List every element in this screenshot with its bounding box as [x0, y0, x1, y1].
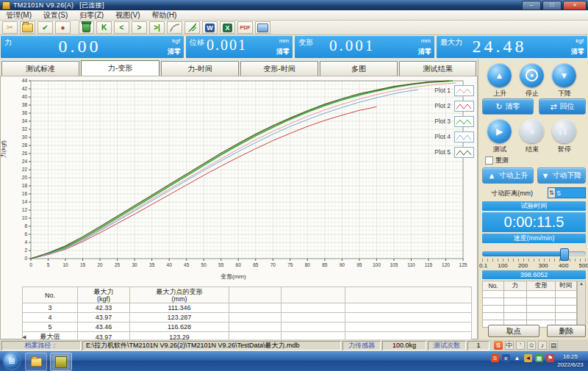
plot5-swatch-icon — [454, 147, 474, 158]
zero-button[interactable]: ↻ 清零 — [482, 98, 534, 115]
pause-label: 暂停 — [550, 145, 579, 154]
ime-smiley-icon[interactable]: ☺ — [527, 341, 536, 350]
first-record-button[interactable]: K — [96, 21, 112, 34]
menu-view[interactable]: 视图(V) — [110, 10, 146, 21]
ime-punct-icon[interactable]: ' — [516, 341, 525, 350]
ime-keyboard-icon[interactable]: ▤ — [549, 341, 558, 350]
menu-help[interactable]: 帮助(H) — [146, 10, 182, 21]
jog-distance-label: 寸动距离(mm) — [491, 189, 533, 198]
point-table: No. 力 变形 时间 — [482, 281, 577, 328]
menu-settings[interactable]: 设置(S) — [37, 10, 74, 21]
tab-force-time[interactable]: 力-时间 — [161, 61, 239, 76]
move-down-label: 下降 — [550, 89, 579, 98]
status-bar: 档案路径： E:\拉力机软件\TM2101N V9.26(2)\TM2101N … — [0, 339, 588, 351]
close-button[interactable]: × — [563, 1, 587, 10]
table-row[interactable]: 342.33111.346 — [23, 303, 472, 313]
point-row[interactable] — [483, 291, 577, 298]
open-file-button[interactable] — [20, 21, 35, 34]
retest-checkbox[interactable] — [485, 156, 493, 165]
remote-button[interactable] — [255, 21, 270, 34]
table-row[interactable]: 443.97123.287 — [23, 313, 472, 323]
menu-bar: 管理(M) 设置(S) 归零(Z) 视图(V) 帮助(H) — [0, 10, 588, 21]
title-bar: TM2101N V9.26(A) [已连接] – □ × — [0, 0, 588, 10]
chart-legend: Plot 1 Plot 2 Plot 3 Plot 4 Plot 5 — [406, 85, 474, 162]
volume-tray-icon[interactable]: ◄ — [524, 354, 532, 362]
move-up-button[interactable]: ▲ — [487, 63, 512, 87]
app-window: TM2101N V9.26(A) [已连接] – □ × 管理(M) 设置(S)… — [0, 0, 588, 371]
export-word-button[interactable]: W — [202, 21, 218, 34]
test-end-button[interactable]: ■ — [520, 119, 544, 143]
toolbar: ✂ ✔ ● K < > >| W X PDF — [0, 21, 588, 35]
sogou-tray-icon[interactable]: S — [491, 354, 499, 362]
curve-button[interactable] — [167, 21, 182, 34]
scroll-up-icon[interactable]: ▲ — [579, 281, 584, 286]
speed-value-display: 398.6052 — [482, 270, 586, 279]
speed-slider[interactable] — [482, 251, 586, 256]
point-row[interactable] — [483, 306, 577, 313]
tab-test-result[interactable]: 测试结果 — [399, 61, 476, 76]
force-clear-button[interactable]: 清零 — [168, 47, 181, 57]
displacement-clear-button[interactable]: 清零 — [276, 47, 290, 57]
svg-text:40: 40 — [22, 94, 28, 99]
maximize-button[interactable]: □ — [542, 1, 562, 10]
report-button[interactable] — [184, 21, 200, 34]
table-row[interactable]: 543.46116.628 — [23, 323, 472, 332]
excel-icon: X — [223, 24, 232, 32]
hidden-icons-caret-icon[interactable]: ▲ — [513, 354, 521, 362]
motor-stop-button[interactable]: ■ — [520, 63, 544, 87]
app-taskbar-button[interactable] — [50, 353, 72, 371]
file-path: E:\拉力机软件\TM2101N V9.26(2)\TM2101N V9.26\… — [82, 341, 341, 350]
tab-deformation-time[interactable]: 变形-时间 — [240, 61, 318, 76]
export-pdf-button[interactable]: PDF — [237, 21, 253, 34]
deformation-clear-button[interactable]: 清零 — [418, 47, 431, 57]
jog-up-button[interactable]: ▲ 寸动上升 — [482, 168, 534, 184]
tab-multi-chart[interactable]: 多图 — [320, 61, 398, 76]
export-excel-button[interactable]: X — [220, 21, 235, 34]
point-row[interactable] — [483, 298, 577, 306]
minimize-button[interactable]: – — [522, 1, 541, 10]
return-button[interactable]: ⇄ 回位 — [539, 98, 586, 115]
svg-text:4: 4 — [24, 239, 27, 245]
jog-distance-value: 5 — [557, 190, 561, 197]
menu-zero[interactable]: 归零(Z) — [74, 10, 110, 21]
jog-distance-stepper[interactable]: ⇅ 5 — [548, 187, 586, 198]
ime-lang-icon[interactable]: 中 — [505, 341, 514, 350]
copy-delete-button[interactable]: ● — [55, 21, 71, 34]
tab-force-deformation[interactable]: 力-变形 — [81, 60, 159, 76]
svg-text:45: 45 — [184, 262, 190, 267]
test-start-button[interactable]: ▶ — [487, 119, 512, 143]
delete-button[interactable]: 删除 — [547, 325, 586, 337]
menu-manage[interactable]: 管理(M) — [0, 10, 37, 21]
max-force-clear-button[interactable]: 清零 — [571, 47, 584, 57]
legend-item: Plot 2 — [406, 101, 474, 111]
test-pause-button[interactable]: ▌▌ — [552, 119, 576, 143]
svg-text:30: 30 — [132, 262, 138, 267]
spinner-arrows-icon[interactable]: ⇅ — [548, 188, 555, 198]
ime-mic-icon[interactable]: ♪ — [538, 341, 547, 350]
network-tray-icon[interactable]: ▦ — [535, 354, 543, 362]
prev-record-button[interactable]: < — [114, 21, 129, 34]
explorer-taskbar-button[interactable] — [25, 353, 47, 371]
last-record-button[interactable]: >| — [149, 21, 165, 34]
next-record-button[interactable]: > — [132, 21, 147, 34]
take-point-button[interactable]: 取点 — [488, 325, 539, 337]
clock-time: 16:25 — [554, 353, 587, 361]
force-unit: kgf — [172, 37, 180, 44]
jog-down-button[interactable]: ▼ 寸动下降 — [537, 168, 586, 184]
trash-button[interactable] — [79, 21, 94, 34]
svg-text:12: 12 — [22, 207, 28, 212]
svg-text:40: 40 — [167, 262, 173, 267]
browser-tray-icon[interactable]: e — [502, 354, 510, 362]
point-table-scrollbar[interactable]: ▲ ▼ — [577, 281, 586, 331]
tab-test-standard[interactable]: 测试标准 — [1, 61, 79, 76]
svg-text:30: 30 — [22, 134, 28, 140]
prev-icon: < — [120, 24, 124, 32]
sogou-icon[interactable]: S — [494, 341, 503, 350]
svg-text:35: 35 — [149, 262, 155, 267]
standard-edit-button[interactable]: ✔ — [37, 21, 53, 34]
flag-tray-icon[interactable]: ⚑ — [546, 354, 554, 362]
cut-button[interactable]: ✂ — [2, 21, 18, 34]
start-button[interactable]: ⊞ — [4, 353, 20, 369]
point-row[interactable] — [483, 313, 577, 320]
move-down-button[interactable]: ▼ — [552, 63, 576, 87]
